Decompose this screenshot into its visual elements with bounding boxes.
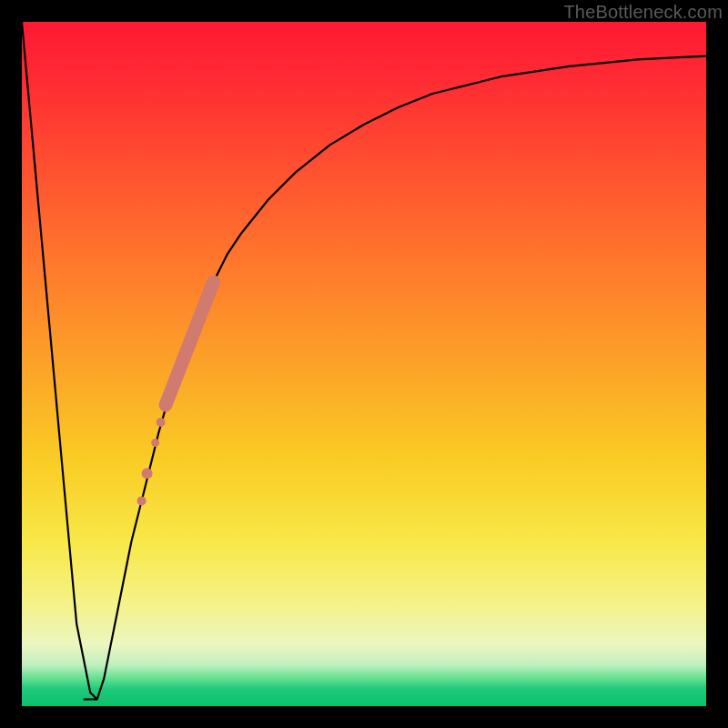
highlight-dot [157, 418, 166, 427]
highlight-dot [151, 439, 159, 447]
highlight-segment [166, 282, 214, 405]
bottleneck-curve [22, 22, 706, 700]
highlight-dot [142, 468, 153, 479]
highlight-dot [137, 496, 147, 505]
plot-area [22, 22, 706, 706]
chart-frame: TheBottleneck.com [0, 0, 728, 728]
curve-layer [22, 22, 706, 706]
watermark-text: TheBottleneck.com [563, 2, 723, 23]
